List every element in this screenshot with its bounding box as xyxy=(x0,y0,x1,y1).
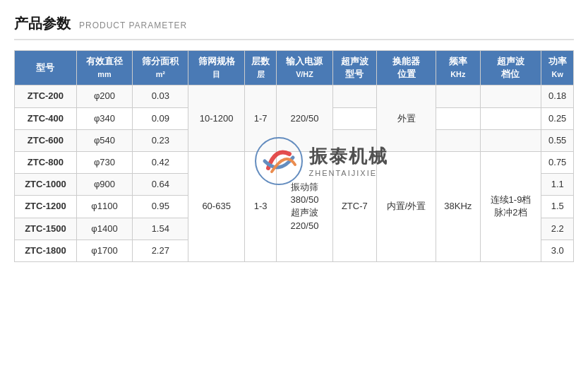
col-frequency: 频率KHz xyxy=(436,51,480,85)
col-area: 筛分面积m² xyxy=(133,51,188,85)
table-cell: φ200 xyxy=(76,85,132,107)
table-cell: 220/50 xyxy=(277,85,332,152)
table-cell xyxy=(480,129,541,151)
table-cell: 振动筛380/50超声波220/50 xyxy=(277,151,332,261)
col-layers: 层数层 xyxy=(244,51,277,85)
table-cell: 1-7 xyxy=(244,85,277,152)
col-mesh: 筛网规格目 xyxy=(188,51,244,85)
table-cell: 0.55 xyxy=(541,129,574,151)
table-cell: φ340 xyxy=(76,107,132,129)
table-cell xyxy=(436,129,480,151)
table-cell: ZTC-7 xyxy=(332,151,376,261)
table-cell: ZTC-800 xyxy=(15,151,77,173)
table-cell: ZTC-1000 xyxy=(15,174,77,196)
table-cell: 0.25 xyxy=(541,107,574,129)
table-cell: ZTC-400 xyxy=(15,107,77,129)
table-cell: 2.27 xyxy=(133,240,188,261)
table-cell: 10-1200 xyxy=(188,85,244,152)
table-cell: 内置/外置 xyxy=(377,151,436,261)
table-cell: 0.42 xyxy=(133,151,188,173)
table-cell: φ540 xyxy=(76,129,132,151)
table-cell: 1-3 xyxy=(244,151,277,261)
table-cell: 0.18 xyxy=(541,85,574,107)
col-power: 功率Kw xyxy=(541,51,574,85)
table-cell xyxy=(436,107,480,129)
table-cell xyxy=(332,85,376,107)
col-ultrasonic-model: 超声波型号 xyxy=(332,51,376,85)
table-cell: 1.54 xyxy=(133,218,188,240)
table-wrapper: 型号 有效直径mm 筛分面积m² 筛网规格目 层数层 输入电源V/HZ 超声波型… xyxy=(14,50,574,262)
table-row: ZTC-800φ7300.4260-6351-3振动筛380/50超声波220/… xyxy=(15,151,574,173)
table-cell: 38KHz xyxy=(436,151,480,261)
page-header: 产品参数 PRODUCT PARAMETER xyxy=(14,14,574,40)
table-cell xyxy=(436,85,480,107)
table-cell: φ730 xyxy=(76,151,132,173)
table-cell: 3.0 xyxy=(541,240,574,261)
col-model: 型号 xyxy=(15,51,77,85)
col-ultrasonic-level: 超声波档位 xyxy=(480,51,541,85)
table-row: ZTC-200φ2000.0310-12001-7220/50外置0.18 xyxy=(15,85,574,107)
page-subtitle: PRODUCT PARAMETER xyxy=(79,20,187,30)
table-cell: 2.2 xyxy=(541,218,574,240)
table-cell: ZTC-600 xyxy=(15,129,77,151)
table-cell: 1.1 xyxy=(541,174,574,196)
table-cell xyxy=(332,129,376,151)
table-cell: 0.95 xyxy=(133,196,188,218)
table-cell: 外置 xyxy=(377,85,436,152)
table-cell: 0.03 xyxy=(133,85,188,107)
table-cell: 1.5 xyxy=(541,196,574,218)
table-cell: ZTC-1200 xyxy=(15,196,77,218)
table-cell: 0.75 xyxy=(541,151,574,173)
table-cell: 连续1-9档脉冲2档 xyxy=(480,151,541,261)
table-body: ZTC-200φ2000.0310-12001-7220/50外置0.18ZTC… xyxy=(15,85,574,262)
page-title: 产品参数 xyxy=(14,14,71,33)
table-cell xyxy=(480,107,541,129)
table-cell: ZTC-1800 xyxy=(15,240,77,261)
table-cell: φ1400 xyxy=(76,218,132,240)
table-cell: 0.64 xyxy=(133,174,188,196)
col-power-input: 输入电源V/HZ xyxy=(277,51,332,85)
table-header-row1: 型号 有效直径mm 筛分面积m² 筛网规格目 层数层 输入电源V/HZ 超声波型… xyxy=(15,51,574,85)
table-cell: ZTC-1500 xyxy=(15,218,77,240)
product-table: 型号 有效直径mm 筛分面积m² 筛网规格目 层数层 输入电源V/HZ 超声波型… xyxy=(14,50,574,262)
table-cell: φ1700 xyxy=(76,240,132,261)
table-cell: 60-635 xyxy=(188,151,244,261)
table-cell xyxy=(332,107,376,129)
col-diameter: 有效直径mm xyxy=(76,51,132,85)
table-cell xyxy=(480,85,541,107)
table-cell: ZTC-200 xyxy=(15,85,77,107)
table-cell: 0.23 xyxy=(133,129,188,151)
table-cell: 0.09 xyxy=(133,107,188,129)
col-transducer: 换能器位置 xyxy=(377,51,436,85)
table-cell: φ900 xyxy=(76,174,132,196)
table-cell: φ1100 xyxy=(76,196,132,218)
